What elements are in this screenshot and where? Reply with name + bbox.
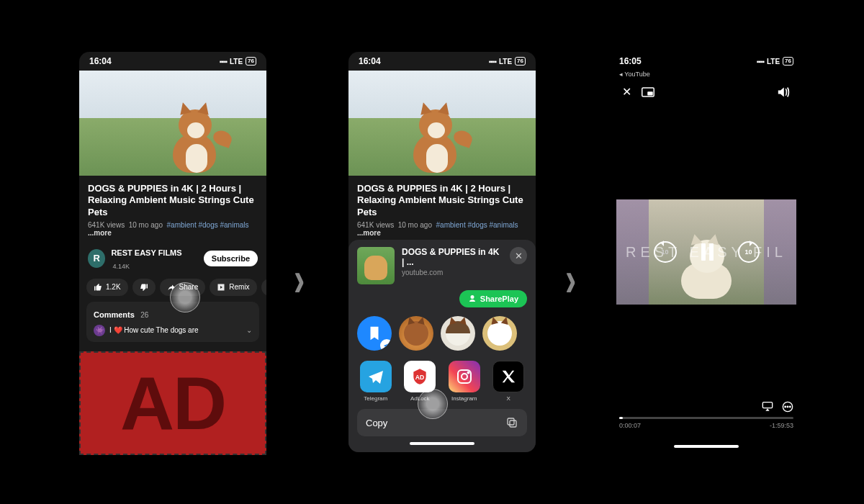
status-bar: 16:04 ▪▪▪▪ LTE 76 [79, 52, 266, 71]
status-time: 16:04 [359, 56, 381, 66]
chevron-down-icon[interactable]: ⌄ [246, 326, 252, 334]
battery-icon: 76 [515, 57, 526, 66]
video-title[interactable]: DOGS & PUPPIES in 4K | 2 Hours | Relaxin… [88, 183, 258, 218]
comment-text: I ❤️ How cute The dogs are [109, 326, 199, 334]
network-label: LTE [230, 58, 243, 66]
app-instagram[interactable]: Instagram [447, 361, 482, 402]
svg-point-2 [462, 374, 467, 379]
status-bar: 16:05 ▪▪▪▪ LTE 76 [609, 52, 804, 71]
svg-point-11 [787, 406, 788, 408]
signal-icon: ▪▪▪▪ [220, 58, 227, 66]
channel-name[interactable]: REST EASY FILMS [111, 248, 181, 257]
seek-back-button[interactable]: 10 [654, 241, 677, 263]
contact-avatar[interactable] [399, 316, 433, 351]
back-to-app[interactable]: ◂ YouTube [609, 71, 804, 78]
comments-label: Comments [94, 310, 135, 319]
time-remaining: -1:59:53 [770, 422, 793, 429]
channel-subs: 4.14K [112, 263, 130, 270]
telegram-badge-icon [380, 339, 392, 351]
status-bar: 16:04 ▪▪▪▪ LTE 76 [348, 52, 536, 71]
more-icon[interactable] [782, 401, 793, 413]
video-meta: 641K views 10 mo ago #ambient #dogs #ani… [357, 221, 527, 237]
copy-icon [505, 416, 518, 429]
arrow-icon: › [565, 250, 576, 308]
battery-icon: 76 [246, 57, 256, 66]
volume-icon[interactable] [776, 86, 791, 98]
signal-icon: ▪▪▪▪ [489, 58, 496, 66]
svg-point-3 [467, 372, 469, 374]
app-x[interactable]: X [492, 361, 526, 402]
home-indicator[interactable] [674, 445, 739, 448]
contact-avatar[interactable] [482, 316, 517, 351]
screenshot-player: 16:05 ▪▪▪▪ LTE 76 ◂ YouTube ✕ REST EASY … [609, 52, 804, 455]
close-button[interactable]: ✕ [622, 85, 631, 99]
video-thumbnail[interactable] [79, 71, 266, 176]
share-apps-row: Telegram AD AdLock Instagram X [357, 358, 527, 409]
seek-forward-button[interactable]: 10 [738, 241, 760, 263]
home-indicator[interactable] [410, 442, 474, 445]
share-button[interactable]: Share [160, 279, 206, 296]
status-time: 16:04 [89, 56, 112, 66]
comments-count: 26 [140, 311, 148, 319]
comments-section[interactable]: Comments 26 👾 I ❤️ How cute The dogs are… [86, 302, 259, 342]
download-button[interactable]: Downlo [261, 279, 266, 296]
arrow-icon: › [294, 250, 305, 308]
action-row: 1.2K Share Remix Downlo [79, 276, 266, 302]
contact-avatar[interactable] [441, 316, 475, 351]
screenshot-share-sheet: 16:04 ▪▪▪▪ LTE 76 DOGS & PUPPIES in 4K |… [348, 52, 536, 452]
signal-icon: ▪▪▪▪ [757, 58, 764, 66]
svg-rect-7 [647, 91, 653, 95]
video-meta: 641K views 10 mo ago #ambient #dogs #ani… [88, 221, 258, 237]
share-sheet: DOGS & PUPPIES in 4K | ... youtube.com ✕… [348, 240, 536, 452]
time-elapsed: 0:00:07 [619, 422, 641, 429]
svg-point-12 [790, 406, 791, 408]
airplay-icon[interactable] [762, 401, 773, 413]
ad-placeholder: AD [79, 351, 266, 455]
subscribe-button[interactable]: Subscribe [204, 251, 258, 266]
share-title: DOGS & PUPPIES in 4K | ... [402, 247, 503, 267]
app-adlock[interactable]: AD AdLock [403, 361, 438, 402]
battery-icon: 76 [783, 57, 793, 66]
status-time: 16:05 [619, 56, 642, 66]
network-label: LTE [767, 58, 780, 66]
commenter-avatar: 👾 [94, 325, 105, 336]
remix-button[interactable]: Remix [210, 279, 256, 296]
channel-avatar[interactable]: R [88, 249, 105, 268]
shareplay-button[interactable]: SharePlay [459, 290, 527, 307]
svg-rect-4 [510, 420, 516, 427]
contact-bookmark[interactable] [357, 316, 392, 351]
copy-button[interactable]: Copy [357, 409, 527, 436]
dislike-button[interactable] [132, 279, 156, 296]
svg-text:AD: AD [415, 374, 425, 381]
video-thumbnail[interactable] [348, 71, 536, 176]
svg-point-10 [785, 406, 786, 408]
svg-rect-8 [762, 402, 772, 408]
share-url: youtube.com [402, 269, 503, 276]
video-player[interactable]: REST EASY FIL 10 10 [616, 199, 796, 305]
close-button[interactable]: ✕ [510, 247, 527, 264]
more-link[interactable]: ...more [88, 229, 112, 237]
pip-icon[interactable] [642, 87, 654, 97]
video-title: DOGS & PUPPIES in 4K | 2 Hours | Relaxin… [357, 183, 527, 218]
pause-button[interactable] [701, 243, 714, 261]
share-contacts [357, 315, 527, 358]
svg-rect-5 [508, 418, 514, 425]
network-label: LTE [499, 58, 512, 66]
app-telegram[interactable]: Telegram [359, 361, 393, 402]
share-thumbnail [357, 247, 395, 284]
progress-track[interactable] [619, 417, 793, 419]
like-button[interactable]: 1.2K [86, 279, 128, 296]
